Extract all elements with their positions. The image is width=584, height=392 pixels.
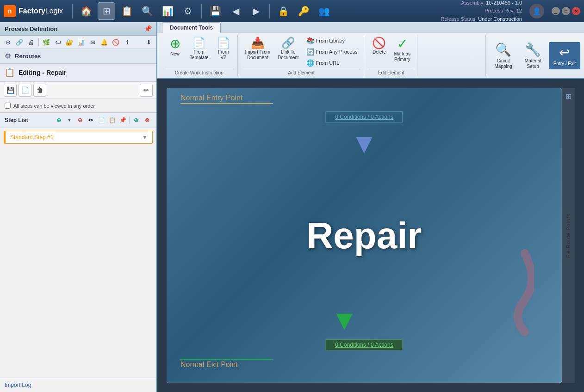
editing-title: Editing - Repair [19,69,66,76]
step-remove-btn[interactable]: ⊖ [75,116,85,125]
ribbon-btn-import-doc[interactable]: 📥 Import FromDocument [242,36,273,62]
tb-btn-9[interactable]: 🔔 [99,37,109,47]
circuit-mapping-label: CircuitMapping [494,58,512,69]
delete-icon: 🚫 [372,37,386,49]
lock2-icon[interactable]: 🔑 [295,2,312,20]
step-item-1[interactable]: Standard Step #1 ▼ [4,131,153,144]
close-button[interactable]: ✕ [572,7,580,15]
conditions-top-link[interactable]: 0 Conditions / 0 Actions [335,114,393,120]
step-down-btn[interactable]: ⊗ [143,116,152,125]
step-copy-btn[interactable]: 📄 [97,116,106,125]
tb-btn-5[interactable]: 🏷 [53,37,63,47]
edit-element-label: Edit Element [369,69,413,75]
canvas-inner: Normal Entry Point 0 Conditions / 0 Acti… [167,88,562,383]
reroute-add-btn[interactable]: ⊞ [565,92,572,101]
home-icon[interactable]: 🏠 [77,2,95,20]
reroute-sidebar: ⊞ Re-Route Points [562,88,575,383]
add-btn[interactable]: ⊕ [3,37,13,47]
view-order-label[interactable]: All steps can be viewed in any order [13,103,95,109]
save-icon[interactable]: 💾 [206,2,224,20]
copy-doc-button[interactable]: 📄 [19,84,31,97]
step-name-1: Standard Step #1 [10,134,53,141]
conditions-bottom-link[interactable]: 0 Conditions / 0 Actions [335,342,393,348]
step-sep [129,116,130,124]
from-library-label: From Library [316,38,345,43]
material-setup-label: MaterialSetup [525,58,541,69]
mark-primary-icon: ✓ [397,37,408,50]
minimize-button[interactable]: _ [552,7,560,15]
ribbon-btn-from-any-process[interactable]: 🔄 From Any Process [304,47,360,57]
tb-btn-7[interactable]: 📊 [76,37,86,47]
search-icon[interactable]: 🔍 [138,2,156,20]
ribbon-add-element-items: 📥 Import FromDocument 🔗 Link ToDocument … [242,36,360,68]
import-doc-label: Import FromDocument [245,49,270,61]
ribbon-btn-from-template[interactable]: 📄 FromTemplate [187,36,211,62]
conditions-bar-top[interactable]: 0 Conditions / 0 Actions [325,111,403,122]
settings-icon[interactable]: ⚙ [179,2,197,20]
conditions-bar-bottom[interactable]: 0 Conditions / 0 Actions [325,339,403,350]
ribbon-btn-new[interactable]: ⊕ New [165,36,185,59]
tb-btn-8[interactable]: ✉ [87,37,98,47]
panel-title: Process Definition [5,25,57,32]
spreadsheet-icon[interactable]: 📊 [159,2,176,20]
import-doc-icon: 📥 [251,37,265,49]
reroutes-section: ⚙ Reroutes [0,49,156,64]
ribbon-btn-entry-exit[interactable]: ↩ Entry / Exit [549,42,580,69]
ribbon-tab-document-tools[interactable]: Document Tools [162,22,221,33]
scroll-down-btn[interactable]: ⬇ [143,37,154,47]
ribbon-tab-bar: Document Tools [157,22,584,33]
create-wi-label: Create Work Instruction [165,69,234,75]
ribbon-btn-delete[interactable]: 🚫 Delete [369,36,389,57]
ribbon-btn-circuit-mapping[interactable]: 🔍 CircuitMapping [490,39,517,72]
step-chevron-1: ▼ [142,134,148,141]
view-order-checkbox-row: All steps can be viewed in any order [0,99,156,112]
from-url-icon: 🌐 [306,59,314,67]
ribbon-btn-from-url[interactable]: 🌐 From URL [304,58,360,68]
reroutes-icon: ⚙ [5,52,11,61]
ribbon-btn-material-setup[interactable]: 🔧 MaterialSetup [519,39,547,72]
delete-doc-button[interactable]: 🗑 [33,84,46,97]
forward-icon[interactable]: ▶ [247,2,265,20]
ribbon-btn-mark-primary[interactable]: ✓ Mark asPrimary [391,36,413,64]
grid-icon[interactable]: ⊞ [98,2,115,20]
ribbon-btn-from-v7[interactable]: 📄 FromV7 [213,36,234,62]
tb-btn-3[interactable]: 🖨 [26,37,36,47]
ribbon: Document Tools ⊕ New 📄 FromTemplate [157,22,584,79]
step-paste-btn[interactable]: 📋 [107,116,117,125]
step-add-dropdown[interactable]: ▼ [65,116,74,125]
document-icon[interactable]: 📋 [118,2,136,20]
from-template-icon: 📄 [192,37,206,49]
save-doc-button[interactable]: 💾 [4,84,17,97]
panel-header: Process Definition 📌 [0,22,156,36]
step-paste2-btn[interactable]: 📌 [118,116,127,125]
lock-icon[interactable]: 🔒 [274,2,292,20]
tb-btn-6[interactable]: 🔐 [64,37,75,47]
left-panel: Process Definition 📌 ⊕ 🔗 🖨 🌿 🏷 🔐 📊 ✉ 🔔 🚫… [0,22,157,392]
view-order-checkbox[interactable] [5,103,11,109]
ribbon-group-edit-element: 🚫 Delete ✓ Mark asPrimary Edit Element [365,35,417,76]
from-v7-label: FromV7 [218,49,229,61]
user-avatar[interactable]: 👤 [529,4,544,18]
ribbon-group-add-element: 📥 Import FromDocument 🔗 Link ToDocument … [239,35,365,76]
circuit-mapping-icon: 🔍 [495,42,511,57]
users-icon[interactable]: 👥 [315,2,333,20]
tb-btn-4[interactable]: 🌿 [41,37,51,47]
ribbon-btn-link-doc[interactable]: 🔗 Link ToDocument [275,36,302,62]
ribbon-btn-from-library[interactable]: 📚 From Library [304,36,360,46]
step-add-btn[interactable]: ⊕ [54,116,63,125]
back-icon[interactable]: ◀ [227,2,244,20]
import-log-link[interactable]: Import Log [5,382,31,388]
maximize-button[interactable]: □ [562,7,570,15]
edit-doc-button[interactable]: ✏ [140,84,153,97]
pin-icon[interactable]: 📌 [144,25,152,32]
link-doc-label: Link ToDocument [278,49,299,61]
reroute-label: Re-Route Points [565,214,571,258]
step-cut-btn[interactable]: ✂ [86,116,95,125]
tb-btn-2[interactable]: 🔗 [14,37,25,47]
from-library-icon: 📚 [306,37,314,44]
app-name: FactoryLogix [19,7,63,15]
tb-btn-11[interactable]: ℹ [122,37,132,47]
step-up-btn[interactable]: ⊕ [131,116,141,125]
canvas: Normal Entry Point 0 Conditions / 0 Acti… [167,88,562,383]
tb-btn-10[interactable]: 🚫 [111,37,121,47]
